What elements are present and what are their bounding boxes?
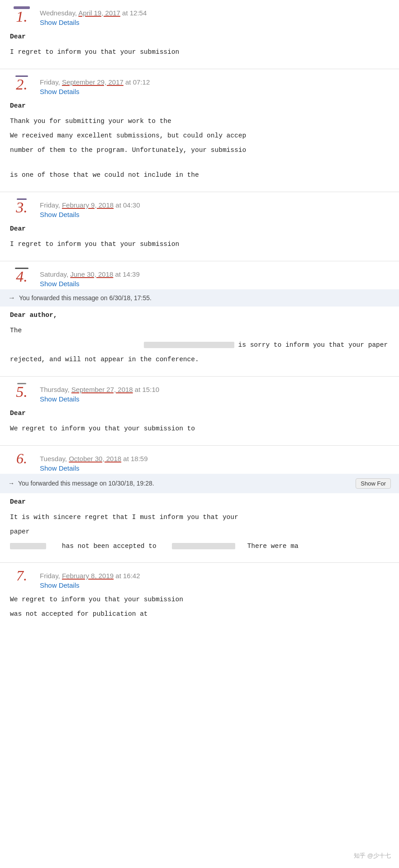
salutation-4: Dear author, (10, 310, 389, 321)
body-line-7-0: We regret to inform you that your submis… (10, 594, 389, 605)
email-header-5: 5. Thursday, September 27, 2018 at 15:10… (0, 377, 399, 405)
show-details-3[interactable]: Show Details (40, 211, 140, 218)
email-section-3: 3. Friday, February 9, 2018 at 04:30 Sho… (0, 192, 399, 261)
email-header-6: 6. Tuesday, October 30, 2018 at 18:59 Sh… (0, 446, 399, 474)
body-line-4-2: rejected, and will not appear in the con… (10, 354, 389, 365)
email-date-1: Wednesday, April 19, 2017 at 12:54 (40, 9, 147, 17)
email-number-icon-2: 2. (8, 75, 35, 92)
email-date-2: Friday, September 29, 2017 at 07:12 (40, 78, 150, 86)
email-meta-3: Friday, February 9, 2018 at 04:30 Show D… (40, 198, 140, 218)
email-number-icon-6: 6. (8, 452, 35, 466)
body-line-2-1: We received many excellent submissions, … (10, 131, 389, 142)
email-header-7: 7. Friday, February 8, 2019 at 16:42 Sho… (0, 563, 399, 591)
show-details-6[interactable]: Show Details (40, 464, 148, 472)
email-number-3: 3. (16, 200, 28, 215)
email-date-7: Friday, February 8, 2019 at 16:42 (40, 572, 140, 580)
email-section-5: 5. Thursday, September 27, 2018 at 15:10… (0, 376, 399, 445)
email-date-5: Thursday, September 27, 2018 at 15:10 (40, 386, 159, 393)
email-list: 1. Wednesday, April 19, 2017 at 12:54 Sh… (0, 0, 399, 631)
email-section-4: 4. Saturday, June 30, 2018 at 14:39 Show… (0, 261, 399, 376)
email-meta-4: Saturday, June 30, 2018 at 14:39 Show De… (40, 268, 140, 288)
email-header-1: 1. Wednesday, April 19, 2017 at 12:54 Sh… (0, 0, 399, 28)
forward-notice-6: → You forwarded this message on 10/30/18… (0, 474, 399, 493)
blurred-conf-6 (172, 543, 235, 549)
forward-arrow-4: → (8, 294, 15, 302)
email-date-3: Friday, February 9, 2018 at 04:30 (40, 201, 140, 209)
email-meta-6: Tuesday, October 30, 2018 at 18:59 Show … (40, 452, 148, 472)
body-line-6-1: paper (10, 527, 389, 538)
show-for-button-6[interactable]: Show For (356, 478, 391, 489)
watermark: 知乎 @少十七 (354, 852, 391, 860)
email-meta-7: Friday, February 8, 2019 at 16:42 Show D… (40, 569, 140, 589)
show-details-4[interactable]: Show Details (40, 280, 140, 288)
body-line-5-0: We regret to inform you that your submis… (10, 424, 389, 434)
email-section-7: 7. Friday, February 8, 2019 at 16:42 Sho… (0, 562, 399, 631)
email-number-2: 2. (16, 77, 28, 92)
body-line-2-0: Thank you for submitting your work to th… (10, 116, 389, 127)
email-number-6: 6. (16, 451, 27, 466)
body-line-2-3: is one of those that we could not includ… (10, 170, 389, 181)
body-line-6-2: has not been accepted to There were ma (10, 541, 389, 552)
email-header-2: 2. Friday, September 29, 2017 at 07:12 S… (0, 69, 399, 97)
email-body-5: Dear We regret to inform you that your s… (0, 405, 399, 445)
show-details-5[interactable]: Show Details (40, 395, 159, 403)
email-number-icon-4: 4. (8, 268, 35, 284)
body-line-4-1: is sorry to inform you that your paper (10, 340, 389, 351)
forward-arrow-6: → (8, 480, 14, 487)
email-meta-2: Friday, September 29, 2017 at 07:12 Show… (40, 75, 150, 95)
email-meta-1: Wednesday, April 19, 2017 at 12:54 Show … (40, 6, 147, 26)
email-body-6: Dear It is with sincere regret that I mu… (0, 493, 399, 563)
body-line-6-0: It is with sincere regret that I must in… (10, 512, 389, 523)
email-number-7: 7. (16, 568, 27, 583)
body-line-1-0: I regret to inform you that your submiss… (10, 47, 389, 58)
email-body-7: We regret to inform you that your submis… (0, 591, 399, 631)
show-details-2[interactable]: Show Details (40, 88, 150, 95)
email-meta-5: Thursday, September 27, 2018 at 15:10 Sh… (40, 383, 159, 403)
forward-text-4: You forwarded this message on 6/30/18, 1… (19, 294, 152, 302)
forward-notice-4: → You forwarded this message on 6/30/18,… (0, 289, 399, 307)
email-number-1: 1. (16, 9, 28, 24)
salutation-3: Dear (10, 224, 389, 235)
email-number-5: 5. (16, 384, 28, 400)
blurred-dots-6 (10, 543, 46, 549)
email-section-1: 1. Wednesday, April 19, 2017 at 12:54 Sh… (0, 0, 399, 69)
email-section-6: 6. Tuesday, October 30, 2018 at 18:59 Sh… (0, 445, 399, 563)
show-details-7[interactable]: Show Details (40, 581, 140, 589)
email-number-4: 4. (16, 269, 28, 284)
show-details-1[interactable]: Show Details (40, 19, 147, 26)
body-line-2-2: number of them to the program. Unfortuna… (10, 145, 389, 156)
email-number-icon-7: 7. (8, 569, 35, 583)
email-number-icon-1: 1. (8, 6, 35, 24)
body-line-3-0: I regret to inform you that your submiss… (10, 239, 389, 250)
body-line-7-1: was not accepted for publication at (10, 609, 389, 620)
email-body-4: Dear author, The is sorry to inform you … (0, 307, 399, 376)
email-date-4: Saturday, June 30, 2018 at 14:39 (40, 270, 140, 278)
email-date-6: Tuesday, October 30, 2018 at 18:59 (40, 455, 148, 462)
email-section-2: 2. Friday, September 29, 2017 at 07:12 S… (0, 69, 399, 192)
salutation-5: Dear (10, 408, 389, 419)
email-header-3: 3. Friday, February 9, 2018 at 04:30 Sho… (0, 192, 399, 220)
salutation-6: Dear (10, 497, 389, 508)
forward-text-6: You forwarded this message on 10/30/18, … (18, 480, 154, 487)
blurred-name-4 (144, 342, 234, 348)
email-header-4: 4. Saturday, June 30, 2018 at 14:39 Show… (0, 261, 399, 289)
email-body-1: Dear I regret to inform you that your su… (0, 28, 399, 69)
email-body-3: Dear I regret to inform you that your su… (0, 220, 399, 261)
salutation-1: Dear (10, 32, 389, 42)
email-number-icon-3: 3. (8, 198, 35, 215)
body-line-4-0: The (10, 326, 389, 336)
salutation-2: Dear (10, 101, 389, 112)
email-number-icon-5: 5. (8, 383, 35, 400)
email-body-2: Dear Thank you for submitting your work … (0, 97, 399, 192)
